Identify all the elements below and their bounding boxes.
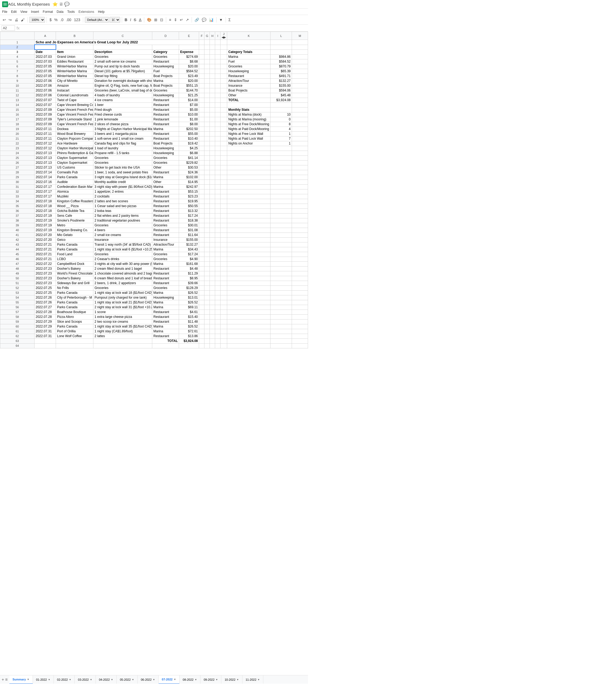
description-cell[interactable]: Donation for overnight dockage with show…	[93, 79, 152, 83]
date-cell[interactable]: 2022.07.13	[35, 151, 56, 155]
date-cell[interactable]: 2022.07.19	[35, 228, 56, 233]
category-cell[interactable]: Marina	[152, 247, 179, 252]
category-cell[interactable]: Restaurant	[152, 208, 179, 213]
row-header-10[interactable]: 10	[0, 83, 35, 88]
l-cell[interactable]: $155.00	[270, 83, 292, 88]
expense-cell[interactable]: $50.55	[179, 204, 199, 208]
k-cell[interactable]: Housekeeping	[227, 69, 270, 73]
k-cell[interactable]	[227, 290, 270, 295]
strikethrough-button[interactable]: S	[133, 17, 137, 22]
k-cell[interactable]	[227, 233, 270, 237]
k-cell[interactable]	[227, 319, 270, 324]
expense-cell[interactable]: $242.97	[179, 184, 199, 189]
expense-cell[interactable]: $274.69	[179, 54, 199, 59]
description-header[interactable]: Description	[93, 49, 152, 54]
expense-cell[interactable]: $128.29	[179, 286, 199, 290]
col-header-c[interactable]: C	[93, 32, 152, 40]
description-cell[interactable]: 2 small ice creams	[93, 233, 152, 237]
expense-cell[interactable]: $21.25	[179, 93, 199, 98]
row-header-59[interactable]: 59	[0, 319, 35, 324]
row-header-17[interactable]: 17	[0, 117, 35, 122]
description-cell[interactable]: 1 pink lemonade	[93, 117, 152, 122]
description-cell[interactable]: 1 beer, 1 soda, and sweet potato fries	[93, 170, 152, 175]
category-cell[interactable]: Restaurant	[152, 276, 179, 281]
expense-cell[interactable]: $584.52	[179, 69, 199, 73]
date-cell[interactable]: 2022.07.18	[35, 199, 56, 204]
description-cell[interactable]: Groceries	[93, 286, 152, 290]
expense-cell[interactable]: $31.08	[179, 228, 199, 233]
l-cell[interactable]	[270, 218, 292, 223]
item-cell[interactable]: Atomica	[56, 189, 93, 194]
item-cell[interactable]: Food Land	[56, 252, 93, 257]
l-cell[interactable]	[270, 228, 292, 233]
k-cell[interactable]	[227, 314, 270, 319]
menu-data[interactable]: Data	[57, 10, 63, 14]
expense-cell[interactable]: $8.68	[179, 59, 199, 64]
item-cell[interactable]: Gotcha Bubble Tea	[56, 208, 93, 213]
l-cell[interactable]	[270, 324, 292, 329]
description-cell[interactable]: 1 appetizer, 2 entres	[93, 189, 152, 194]
description-cell[interactable]: Groceries	[93, 252, 152, 257]
item-cell[interactable]: Audible	[56, 180, 93, 184]
row-header-24[interactable]: 24	[0, 151, 35, 155]
description-cell[interactable]: Sticker to get back into the USA	[93, 165, 152, 170]
k-cell[interactable]	[227, 223, 270, 228]
category-cell[interactable]: Housekeeping	[152, 64, 179, 69]
add-sheet-button[interactable]: +	[2, 677, 4, 682]
expense-cell[interactable]: $202.50	[179, 127, 199, 131]
date-cell[interactable]: 2022.07.07	[35, 103, 56, 107]
date-cell[interactable]: 2022.07.22	[35, 261, 56, 266]
k-cell[interactable]	[227, 237, 270, 242]
item-cell[interactable]: Dooher's Bakery	[56, 266, 93, 271]
k-cell[interactable]: Nights at Paid Lock Wall	[227, 136, 270, 141]
date-cell[interactable]: 2022.07.05	[35, 73, 56, 79]
title-cell[interactable]: Scho and Jo Expenses on America's Great …	[35, 40, 199, 45]
expense-cell[interactable]: $30.01	[179, 223, 199, 228]
l-cell[interactable]	[270, 103, 292, 107]
row-header-58[interactable]: 58	[0, 314, 35, 319]
category-cell[interactable]: Restaurant	[152, 122, 179, 127]
date-cell[interactable]: 2022.07.06	[35, 88, 56, 93]
item-cell[interactable]: Parks Canada	[56, 300, 93, 305]
l-cell[interactable]	[270, 305, 292, 310]
description-cell[interactable]: Canada flag and clips for flag	[93, 141, 152, 146]
date-cell[interactable]: 2022.07.19	[35, 213, 56, 218]
l-cell[interactable]	[270, 189, 292, 194]
k-cell[interactable]: Restaurant	[227, 73, 270, 79]
l-cell[interactable]	[270, 319, 292, 324]
date-cell[interactable]: 2022.07.28	[35, 314, 56, 319]
description-cell[interactable]: 1 chocolate covered almonds and 2 bags o…	[93, 271, 152, 276]
category-cell[interactable]: Restaurant	[152, 107, 179, 112]
print-button[interactable]: 🖨	[14, 17, 19, 22]
row-header-23[interactable]: 23	[0, 146, 35, 151]
k-cell[interactable]: Insurance	[227, 83, 270, 88]
l-cell[interactable]	[270, 314, 292, 319]
k-cell[interactable]	[227, 300, 270, 305]
date-cell[interactable]: 2022.07.03	[35, 54, 56, 59]
tab-06-2022[interactable]: 06-2022 ▼	[137, 676, 158, 684]
date-cell[interactable]: 2022.07.07	[35, 98, 56, 103]
underline-button[interactable]: A	[138, 17, 142, 22]
row-header-3[interactable]: 3	[0, 49, 35, 54]
k-cell[interactable]: Attraction/Tour	[227, 79, 270, 83]
date-cell[interactable]: 2022.07.23	[35, 271, 56, 276]
expense-cell[interactable]: $13.01	[179, 295, 199, 300]
col-header-k[interactable]: K	[227, 32, 270, 40]
k-cell[interactable]	[227, 208, 270, 213]
tab-07-2022[interactable]: 07-2022 ▼	[159, 676, 180, 684]
expense-cell[interactable]: $8.95	[179, 276, 199, 281]
menu-help[interactable]: Help	[98, 10, 105, 14]
l-cell[interactable]	[270, 295, 292, 300]
category-header[interactable]: Category	[152, 49, 179, 54]
l-cell[interactable]: $65.39	[270, 69, 292, 73]
category-cell[interactable]: Restaurant	[152, 266, 179, 271]
k-cell[interactable]	[227, 180, 270, 184]
font-select[interactable]: Default (Ari...	[85, 17, 109, 23]
description-cell[interactable]: Diesel top fitting	[93, 73, 152, 79]
col-header-d[interactable]: D	[152, 32, 179, 40]
item-cell[interactable]: Cape Vincent French Fes	[56, 107, 93, 112]
tab-04-2022[interactable]: 04-2022 ▼	[96, 676, 117, 684]
expense-cell[interactable]: $10.00	[179, 112, 199, 117]
k-cell[interactable]	[227, 324, 270, 329]
category-cell[interactable]: Restaurant	[152, 194, 179, 199]
